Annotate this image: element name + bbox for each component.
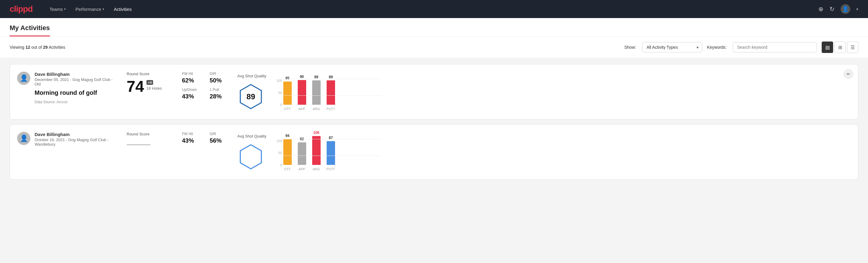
stat-1putt-value: 28% — [210, 93, 230, 100]
avatar-icon: 👤 — [842, 6, 849, 12]
bar-chart: 100 50 0 94 OTT 82 APP — [274, 132, 382, 172]
bar-putt-label: PUTT — [327, 107, 335, 111]
navbar: clippd Teams ▾ Performance ▾ Activities … — [0, 0, 868, 18]
card-title: Morning round of golf — [35, 89, 119, 96]
stat-fw-hit-value: 43% — [182, 137, 203, 144]
hex-quality-value: 89 — [247, 92, 255, 101]
avg-shot-quality-label: Avg Shot Quality — [237, 74, 267, 78]
card-info: Dave Billingham October 16, 2021 - Gog M… — [35, 132, 119, 150]
bar-putt-bar — [327, 80, 335, 105]
bar-ott-value: 94 — [285, 134, 289, 138]
nav-icons: ⊕ ↻ 👤 ▾ — [818, 4, 858, 14]
avatar-icon: 👤 — [20, 74, 28, 82]
chevron-down-icon: ▾ — [64, 7, 66, 11]
activities-container: 👤 Dave Billingham December 05, 2021 - Go… — [0, 58, 868, 186]
avg-shot-quality-label: Avg Shot Quality — [237, 134, 267, 139]
stat-updown-value: 43% — [182, 93, 203, 100]
page-title: My Activities — [10, 24, 50, 36]
nav-activities[interactable]: Activities — [114, 5, 132, 13]
bar-app: 82 APP — [298, 137, 306, 171]
card-info: Dave Billingham December 05, 2021 - Gog … — [35, 71, 119, 104]
avg-shot-quality-section: Avg Shot Quality 89 100 50 0 — [237, 71, 382, 112]
bar-arg-label: ARG — [313, 167, 320, 171]
hexagon-svg — [237, 143, 265, 170]
bar-app-label: APP — [299, 167, 305, 171]
stat-1putt: 1 Putt 28% — [210, 88, 230, 100]
view-list-compact-button[interactable]: ▤ — [822, 41, 833, 53]
nav-activities-label: Activities — [114, 7, 132, 12]
bar-app-bar — [298, 80, 306, 105]
stat-gir-label: GIR — [210, 71, 230, 76]
gridline-50 — [282, 155, 382, 156]
round-score-section: Round Score 74 +4 18 Holes — [127, 71, 175, 94]
bar-app-value: 90 — [300, 75, 304, 79]
nav-teams[interactable]: Teams ▾ — [49, 5, 66, 13]
bar-ott-bar — [283, 82, 292, 105]
score-placeholder — [127, 139, 175, 151]
gridline-100 — [282, 139, 382, 139]
view-grid-button[interactable]: ⊞ — [834, 41, 846, 53]
chevron-down-icon: ▾ — [102, 7, 104, 11]
keywords-label: Keywords: — [707, 45, 726, 50]
activity-type-select-wrapper: All Activity Types Round Practice Fitnes… — [642, 42, 702, 52]
stat-gir-value: 56% — [210, 137, 230, 144]
gridline-100 — [282, 79, 382, 79]
search-input[interactable] — [733, 42, 817, 52]
bar-arg-label: ARG — [313, 107, 320, 111]
user-avatar[interactable]: 👤 — [841, 4, 850, 14]
card-name: Dave Billingham — [35, 132, 119, 137]
score-dash — [127, 144, 151, 145]
bar-ott-label: OTT — [284, 167, 291, 171]
card-name: Dave Billingham — [35, 71, 119, 77]
page-header: My Activities — [0, 18, 868, 37]
bar-chart: 100 50 0 85 OTT 90 — [274, 71, 382, 112]
viewing-suffix: Activities — [48, 45, 65, 50]
avatar: 👤 — [17, 71, 30, 85]
stat-gir: GIR 56% — [210, 132, 230, 144]
stat-fw-hit-label: FW Hit — [182, 132, 203, 136]
bar-chart-inner: 100 50 0 85 OTT 90 — [274, 79, 382, 112]
stat-1putt-label: 1 Putt — [210, 88, 230, 92]
stat-gir-label: GIR — [210, 132, 230, 136]
bar-arg-value: 89 — [314, 75, 318, 79]
stats-section: FW Hit 62% GIR 50% Up/Down 43% 1 Putt 28… — [182, 71, 230, 100]
activity-type-select[interactable]: All Activity Types Round Practice Fitnes… — [642, 42, 702, 52]
bar-arg-value: 106 — [313, 130, 319, 135]
stat-gir-value: 50% — [210, 77, 230, 84]
y-label-100: 100 — [276, 139, 282, 143]
logo[interactable]: clippd — [10, 4, 32, 14]
bar-app-bar — [298, 142, 306, 165]
stat-updown: Up/Down 43% — [182, 88, 203, 100]
bar-arg: 106 ARG — [312, 130, 320, 171]
add-circle-icon[interactable]: ⊕ — [818, 5, 824, 12]
score-holes: 18 Holes — [147, 86, 162, 91]
viewing-text: Viewing 12 out of 29 Activities — [10, 45, 620, 50]
bar-putt-label: PUTT — [327, 167, 335, 171]
round-score-label: Round Score — [127, 71, 175, 76]
stat-updown-label: Up/Down — [182, 88, 203, 92]
bar-putt: 87 PUTT — [327, 136, 335, 171]
bar-app-label: APP — [299, 107, 305, 111]
card-left: 👤 Dave Billingham December 05, 2021 - Go… — [17, 71, 119, 104]
refresh-icon[interactable]: ↻ — [830, 5, 835, 12]
svg-marker-1 — [240, 145, 261, 169]
bar-app: 90 APP — [298, 75, 306, 111]
view-list-detail-button[interactable]: ☰ — [847, 41, 858, 53]
activity-card: 👤 Dave Billingham October 16, 2021 - Gog… — [10, 124, 858, 180]
bar-ott: 85 OTT — [283, 76, 292, 111]
nav-performance-label: Performance — [75, 7, 101, 12]
bar-arg: 89 ARG — [312, 75, 320, 111]
view-toggle: ▤ ⊞ ☰ — [822, 41, 858, 53]
chevron-down-icon[interactable]: ▾ — [856, 7, 858, 11]
stats-section: FW Hit 43% GIR 56% — [182, 132, 230, 144]
nav-teams-label: Teams — [49, 7, 63, 12]
bar-chart-inner: 100 50 0 94 OTT 82 APP — [274, 139, 382, 172]
round-score-label: Round Score — [127, 132, 175, 136]
activity-card: 👤 Dave Billingham December 05, 2021 - Go… — [10, 64, 858, 119]
viewing-prefix: Viewing — [10, 45, 26, 50]
y-label-0: 0 — [280, 103, 282, 107]
bar-putt: 89 PUTT — [327, 75, 335, 111]
nav-performance[interactable]: Performance ▾ — [75, 5, 104, 13]
viewing-middle: out of — [30, 45, 43, 50]
edit-button[interactable]: ✏ — [844, 69, 853, 79]
